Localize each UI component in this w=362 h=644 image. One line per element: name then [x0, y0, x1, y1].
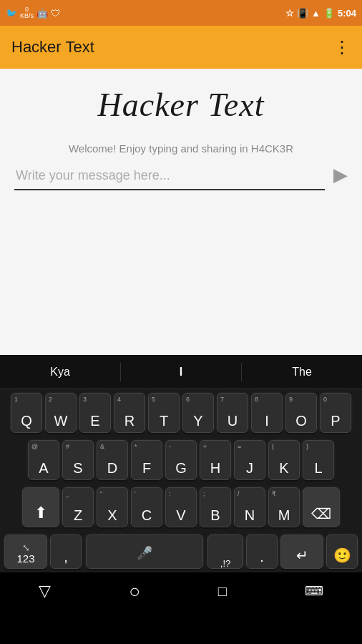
key-i[interactable]: 8I	[251, 393, 283, 433]
period-label: .	[260, 550, 264, 564]
suggestion-bar: Kya I The	[0, 355, 362, 389]
key-p-sub: 0	[323, 396, 327, 403]
shift-key[interactable]: ⬆	[22, 487, 59, 527]
key-x-sub: "	[100, 491, 102, 497]
key-v-sub: :	[169, 491, 171, 497]
main-content: Hacker Text Welcome! Enjoy typing and sh…	[0, 69, 362, 355]
key-t[interactable]: 5T	[148, 393, 180, 433]
key-h-sub: +	[203, 444, 207, 450]
back-nav-button[interactable]: ▽	[39, 582, 51, 600]
key-z[interactable]: _Z	[62, 487, 94, 527]
num-label: 123	[16, 553, 34, 564]
logo-text: Hacker Text	[98, 87, 265, 123]
ublock-icon: 🛡	[51, 8, 60, 19]
num-key-icon: ⤡	[22, 542, 30, 553]
key-c[interactable]: 'C	[131, 487, 162, 527]
key-z-sub: _	[66, 491, 69, 497]
enter-icon: ↵	[296, 547, 308, 564]
logo-area: Hacker Text	[98, 69, 265, 135]
key-a-sub: @	[31, 444, 38, 450]
key-d-sub: &	[100, 444, 104, 450]
key-u-sub: 7	[220, 396, 224, 403]
key-b[interactable]: ;B	[200, 487, 231, 527]
comma-label: ,	[64, 550, 68, 564]
battery-icon: 🔋	[323, 8, 335, 19]
num-key[interactable]: ⤡ 123	[4, 535, 47, 569]
input-area: ▶	[0, 155, 362, 190]
period-key[interactable]: .	[246, 535, 278, 569]
wifi-icon: ▲	[311, 8, 321, 19]
key-row-3: ⬆ _Z "X 'C :V ;B /N ₹M ⌫	[0, 484, 362, 531]
special-key[interactable]: ,!?	[207, 535, 243, 569]
send-icon: ▶	[333, 164, 348, 185]
keyboard: Kya I The 1Q 2W 3E 4R 5T 6Y 7U 8I 9O 0P …	[0, 355, 362, 572]
suggestion-i[interactable]: I	[121, 363, 242, 381]
key-g-sub: -	[169, 444, 171, 450]
key-y[interactable]: 6Y	[182, 393, 214, 433]
key-j[interactable]: =J	[234, 440, 265, 480]
key-i-sub: 8	[255, 396, 258, 403]
welcome-area: Welcome! Enjoy typing and sharing in H4C…	[0, 135, 362, 155]
key-a[interactable]: @A	[28, 440, 59, 480]
key-s[interactable]: #S	[62, 440, 94, 480]
home-nav-button[interactable]: ○	[129, 580, 140, 602]
key-o[interactable]: 9O	[285, 393, 317, 433]
key-row-2: @A #S &D *F -G +H =J (K )L	[0, 436, 362, 484]
key-h[interactable]: +H	[200, 440, 231, 480]
key-e[interactable]: 3E	[79, 393, 111, 433]
key-q[interactable]: 1Q	[11, 393, 42, 433]
welcome-text: Welcome! Enjoy typing and sharing in H4C…	[69, 142, 293, 155]
emoji-key[interactable]: 🙂	[326, 535, 358, 569]
send-button[interactable]: ▶	[333, 163, 348, 186]
key-m-sub: ₹	[272, 491, 276, 497]
key-r-sub: 4	[117, 396, 121, 403]
key-f-sub: *	[134, 444, 137, 450]
key-d[interactable]: &D	[97, 440, 128, 480]
vibrate-icon: 📳	[297, 8, 308, 19]
backspace-icon: ⌫	[311, 505, 331, 522]
key-m[interactable]: ₹M	[268, 487, 300, 527]
comma-key[interactable]: ,	[50, 535, 82, 569]
key-f[interactable]: *F	[131, 440, 162, 480]
shift-icon: ⬆	[34, 504, 47, 522]
time-display: 5:04	[338, 8, 356, 19]
key-k[interactable]: (K	[268, 440, 300, 480]
key-l-sub: )	[306, 444, 308, 450]
more-options-button[interactable]: ⋮	[333, 37, 351, 57]
key-q-sub: 1	[14, 396, 18, 403]
status-left: 🐦 0 KB/s 🤖 🛡	[6, 6, 60, 19]
key-w-sub: 2	[49, 396, 52, 403]
app-title: Hacker Text	[11, 38, 94, 57]
key-v[interactable]: :V	[165, 487, 197, 527]
key-u[interactable]: 7U	[217, 393, 248, 433]
emoji-icon: 🙂	[333, 547, 351, 564]
message-input[interactable]	[14, 162, 325, 190]
suggestion-the[interactable]: The	[242, 363, 362, 381]
key-x[interactable]: "X	[97, 487, 128, 527]
space-key[interactable]: 🎤	[86, 535, 203, 569]
key-row-4: ⤡ 123 , 🎤 ,!? . ↵ 🙂	[0, 531, 362, 572]
special-label: ,!?	[220, 559, 230, 568]
mic-icon: 🎤	[137, 545, 152, 561]
key-t-sub: 5	[152, 396, 155, 403]
suggestion-kya[interactable]: Kya	[0, 363, 121, 381]
android-icon: 🤖	[36, 8, 48, 19]
key-s-sub: #	[66, 444, 69, 450]
key-j-sub: =	[238, 444, 241, 450]
enter-key[interactable]: ↵	[280, 535, 323, 569]
kb-speed: 0 KB/s	[20, 6, 34, 19]
key-g[interactable]: -G	[165, 440, 197, 480]
key-c-sub: '	[134, 491, 136, 497]
recents-nav-button[interactable]: □	[218, 583, 227, 600]
keyboard-nav-button[interactable]: ⌨	[305, 583, 323, 599]
key-b-sub: ;	[203, 491, 205, 497]
nav-bar: ▽ ○ □ ⌨	[0, 572, 362, 610]
key-n-sub: /	[238, 491, 240, 497]
key-w[interactable]: 2W	[45, 393, 77, 433]
key-p[interactable]: 0P	[320, 393, 351, 433]
key-o-sub: 9	[289, 396, 293, 403]
backspace-key[interactable]: ⌫	[303, 487, 340, 527]
key-r[interactable]: 4R	[114, 393, 145, 433]
key-l[interactable]: )L	[303, 440, 334, 480]
key-n[interactable]: /N	[234, 487, 265, 527]
